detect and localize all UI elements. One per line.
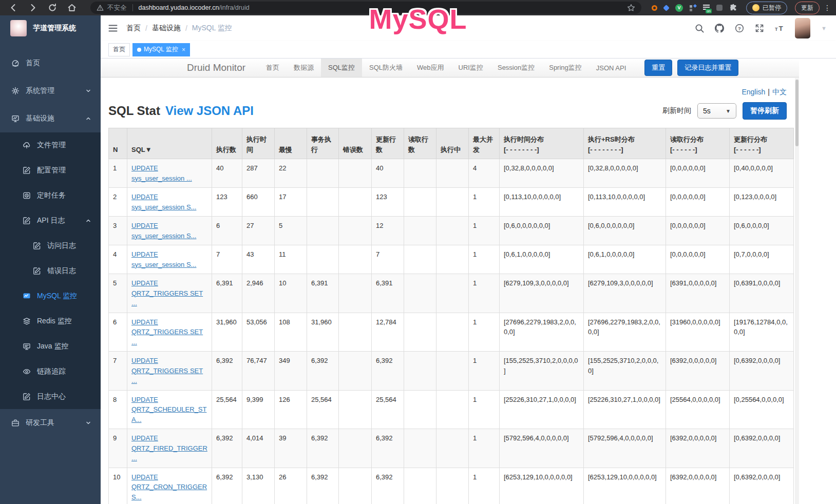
table-cell: 25,564 <box>372 390 404 429</box>
table-cell <box>339 159 372 188</box>
druid-nav-item[interactable]: 数据源 <box>287 59 321 77</box>
paused-label: 已暂停 <box>763 4 781 12</box>
lang-chinese-link[interactable]: 中文 <box>772 88 787 96</box>
sidebar-item-home[interactable]: 首页 <box>0 49 101 77</box>
svg-text:T: T <box>779 25 784 32</box>
extension-squares-icon[interactable] <box>690 5 696 11</box>
druid-brand[interactable]: Druid Monitor <box>187 62 245 73</box>
tag-mysql-monitor[interactable]: MySQL 监控 × <box>132 43 190 56</box>
sidebar-item-system[interactable]: 系统管理 <box>0 77 101 105</box>
sidebar-item-trace[interactable]: 链路追踪 <box>0 359 101 384</box>
sidebar-item-dev-tools[interactable]: 研发工具 <box>0 409 101 437</box>
extension-gray-icon[interactable] <box>716 5 723 11</box>
table-cell <box>436 245 469 274</box>
table-cell: 40 <box>212 159 242 188</box>
sql-link[interactable]: UPDATE sys_user_session S... <box>131 193 196 211</box>
refresh-interval-select[interactable]: 5s ▼ <box>697 103 736 119</box>
page-title: SQL Stat <box>108 104 160 118</box>
druid-nav-item[interactable]: JSON API <box>589 59 634 77</box>
lang-english-link[interactable]: English <box>742 88 765 96</box>
tag-home[interactable]: 首页 <box>108 43 130 56</box>
breadcrumb-infra[interactable]: 基础设施 <box>152 24 181 33</box>
forward-icon[interactable] <box>28 3 37 12</box>
view-json-api-link[interactable]: View JSON API <box>165 104 254 118</box>
github-icon[interactable] <box>715 24 724 33</box>
table-cell <box>404 313 436 352</box>
table-cell: 6 <box>212 217 242 245</box>
layers-icon <box>23 317 31 325</box>
browser-update-button[interactable]: 更新 <box>795 2 820 14</box>
close-icon[interactable]: × <box>182 46 185 53</box>
table-cell <box>436 159 469 188</box>
bookmark-star-icon[interactable] <box>627 4 635 12</box>
sidebar-item-scheduled-jobs[interactable]: 定时任务 <box>0 183 101 208</box>
fullscreen-icon[interactable] <box>755 24 764 33</box>
sql-link[interactable]: UPDATE sys_user_session S... <box>131 222 196 240</box>
table-cell: [0,6,0,0,0,0,0,0] <box>500 217 584 245</box>
avatar-caret-icon[interactable]: ▼ <box>821 25 827 31</box>
sql-link[interactable]: UPDATE sys_user_session ... <box>131 164 192 182</box>
sidebar-item-mysql-monitor[interactable]: MySQL 监控 <box>0 283 101 308</box>
sql-link[interactable]: UPDATE QRTZ_TRIGGERS SET ... <box>131 357 203 384</box>
table-cell: 11 <box>275 245 307 274</box>
sql-link[interactable]: UPDATE QRTZ_CRON_TRIGGERS... <box>131 473 207 501</box>
breadcrumb: 首页 / 基础设施 / MySQL 监控 <box>126 24 232 33</box>
sidebar-item-infra[interactable]: 基础设施 <box>0 105 101 132</box>
help-icon[interactable]: ? <box>735 24 744 33</box>
extension-list-icon[interactable]: on <box>703 5 710 11</box>
log-and-reset-button[interactable]: 记录日志并重置 <box>677 60 738 76</box>
hamburger-icon[interactable] <box>108 23 118 33</box>
scrollbar-thumb[interactable] <box>795 80 799 146</box>
browser-menu-icon[interactable]: ⋮ <box>824 4 831 12</box>
table-cell: 1 <box>469 352 500 391</box>
search-icon[interactable] <box>695 24 704 33</box>
extensions-puzzle-icon[interactable] <box>729 4 737 12</box>
sql-link[interactable]: UPDATE QRTZ_FIRED_TRIGGER... <box>131 434 207 462</box>
column-header: 事务执行 <box>307 128 339 159</box>
reload-icon[interactable] <box>48 3 57 12</box>
sidebar-item-error-log[interactable]: 错误日志 <box>0 258 101 283</box>
mysql-monitor-icon <box>23 292 31 300</box>
font-size-icon[interactable]: TT <box>775 24 784 33</box>
sidebar-item-java-monitor[interactable]: Java 监控 <box>0 334 101 359</box>
druid-nav-item[interactable]: Spring监控 <box>542 59 589 77</box>
sidebar-item-redis-monitor[interactable]: Redis 监控 <box>0 308 101 334</box>
druid-nav-item[interactable]: URI监控 <box>451 59 490 77</box>
sql-link[interactable]: UPDATE QRTZ_TRIGGERS SET ... <box>131 318 203 346</box>
home-icon[interactable] <box>67 3 77 12</box>
column-header: 错误数 <box>339 128 372 159</box>
sql-link[interactable]: UPDATE sys_user_session S... <box>131 250 196 268</box>
avatar[interactable] <box>795 18 810 38</box>
sidebar-item-api-log[interactable]: API 日志 <box>0 208 101 233</box>
pause-refresh-button[interactable]: 暂停刷新 <box>743 102 787 120</box>
stat-table-head-row: NSQL▼执行数执行时间最慢事务执行错误数更新行数读取行数执行中最大并发执行时间… <box>109 128 794 159</box>
druid-nav-item[interactable]: Session监控 <box>490 59 542 77</box>
druid-nav-item[interactable]: 首页 <box>259 59 287 77</box>
sidebar: 芋道管理系统 首页 系统管理 基础设施 文件管理 <box>0 15 101 504</box>
sidebar-item-file-manage[interactable]: 文件管理 <box>0 132 101 158</box>
druid-nav-item[interactable]: Web应用 <box>410 59 451 77</box>
table-row: 10UPDATE QRTZ_CRON_TRIGGERS...6,3923,130… <box>109 468 794 504</box>
sidebar-item-access-log[interactable]: 访问日志 <box>0 233 101 258</box>
reset-button[interactable]: 重置 <box>644 60 672 76</box>
address-bar[interactable]: 不安全 dashboard.yudao.iocoder.cn/infra/dru… <box>90 2 641 14</box>
column-header[interactable]: SQL▼ <box>127 128 212 159</box>
tab-paused-chip[interactable]: 已暂停 <box>746 2 787 14</box>
table-cell: 6,392 <box>212 429 242 468</box>
eye-icon <box>23 367 31 376</box>
druid-nav-item[interactable]: SQL防火墙 <box>362 59 410 77</box>
sidebar-item-config-manage[interactable]: 配置管理 <box>0 158 101 183</box>
extension-vue-devtools-icon[interactable]: V <box>675 4 683 12</box>
breadcrumb-home[interactable]: 首页 <box>126 24 141 33</box>
back-icon[interactable] <box>9 3 18 12</box>
extension-orange-icon[interactable] <box>652 5 657 11</box>
druid-nav-item[interactable]: SQL监控 <box>321 59 362 77</box>
sql-link[interactable]: UPDATE QRTZ_TRIGGERS SET ... <box>131 279 203 307</box>
table-cell: 6 <box>109 313 127 352</box>
extension-gem-icon[interactable] <box>663 5 670 11</box>
sidebar-logo[interactable]: 芋道管理系统 <box>0 15 101 41</box>
sql-link[interactable]: UPDATE QRTZ_SCHEDULER_STA... <box>131 396 206 423</box>
logo-image <box>10 20 27 36</box>
security-label: 不安全 <box>107 4 127 12</box>
sidebar-item-log-center[interactable]: 日志中心 <box>0 384 101 409</box>
